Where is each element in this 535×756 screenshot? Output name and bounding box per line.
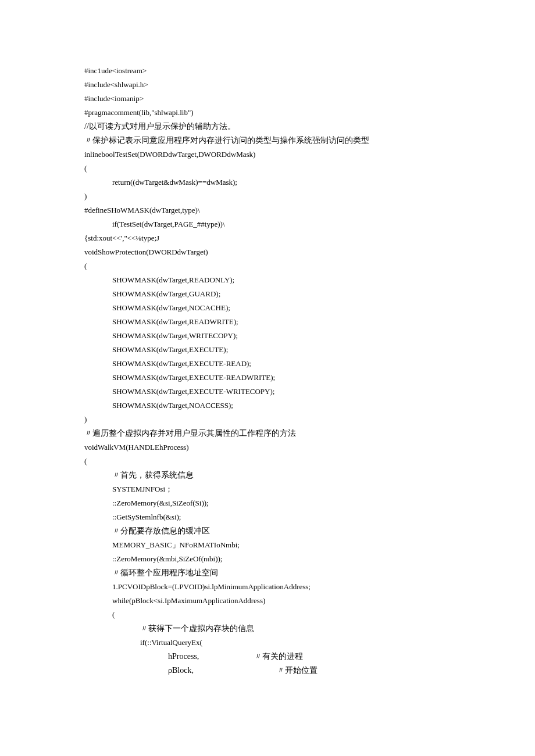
code-line: SHOWMASK(dwTarget,EXECUTE); [84,343,456,357]
code-line: ( [84,259,456,273]
code-line: while(pBlock<si.IpMaximumApplicationAddr… [84,594,456,608]
code-line: ) [84,189,456,203]
code-line: #include<shlwapi.h> [84,78,456,92]
code-line: 1.PCVOIDpBlock=(LPVOID)si.lpMinimumAppli… [84,580,456,594]
code-line: ::ZeroMemory(&si,SiZeof(Si)); [84,496,456,510]
code-line: SHOWMASK(dwTarget,EXECUTE-WRITECOPY); [84,385,456,399]
code-line: #defineSHoWMASK(dwTarget,type)\ [84,203,456,217]
code-line: ( [84,608,456,622]
code-line: ) [84,413,456,427]
code-line: voidWalkVM(HANDLEhProcess) [84,440,456,454]
code-line: #inc1ude<iostream> [84,64,456,78]
code-line: SHOWMASK(dwTarget,NOACCESS); [84,399,456,413]
code-line: 〃遍历整个虚拟内存并对用户显示其属性的工作程序的方法 [84,427,456,440]
code-line: SHOWMASK(dwTarget,GUARD); [84,287,456,301]
code-line: ρBlock, 〃开始位置 [84,664,456,678]
code-line: //以可读方式对用户显示保护的辅助方法。 [84,120,456,134]
code-line: ::ZeroMemory(&mbi,SiZeOf(nιbi)); [84,552,456,566]
code-line: 〃首先，获得系统信息 [84,468,456,482]
code-line: SHOWMASK(dwTarget,EXECUTE-READWRITE); [84,371,456,385]
code-line: ( [84,454,456,468]
code-line: if(::VirtualQueryEx( [84,636,456,650]
code-line: #pragmacomment(lib,"shlwapi.lib") [84,106,456,120]
code-line: voidShowProtection(DWORDdwTarget) [84,245,456,259]
code-line: MEMORY_BASIC」NFoRMATIoNmbi; [84,538,456,552]
code-line: #include<iomanip> [84,92,456,106]
code-line: return((dwTarget&dwMask)==dwMask); [84,175,456,189]
code-line: SHOWMASK(dwTarget,READWRITE); [84,315,456,329]
code-line: ( [84,162,456,175]
code-line: SYSTEMJNFOsi； [84,482,456,496]
code-line: 〃保护标记表示同意应用程序对内存进行访问的类型与操作系统强制访问的类型 [84,134,456,148]
code-line: if(TestSet(dwTarget,PAGE_##type))\ [84,217,456,231]
code-line: SHOWMASK(dwTarget,NOCACHE); [84,301,456,315]
code-listing: #inc1ude<iostream>#include<shlwapi.h>#in… [84,64,456,678]
code-line: ::GetSyStemlnfb(&si); [84,510,456,524]
document-page: #inc1ude<iostream>#include<shlwapi.h>#in… [0,0,456,678]
code-line: {std:xout<<',"<<⅛type;J [84,231,456,245]
code-line: SHOWMASK(dwTarget,WRITECOPY); [84,329,456,343]
code-line: SHOWMASK(dwTarget,EXECUTE-READ); [84,357,456,371]
code-line: 〃循环整个应用程序地址空间 [84,566,456,580]
code-line: 〃分配要存放信息的缓冲区 [84,524,456,538]
code-line: hProcess, 〃有关的进程 [84,650,456,664]
code-line: inlineboolTestSet(DWORDdwTarget,DWORDdwM… [84,148,456,162]
code-line: SHOWMASK(dwTarget,READONLY); [84,273,456,287]
code-line: 〃获得下一个虚拟内存块的信息 [84,622,456,636]
